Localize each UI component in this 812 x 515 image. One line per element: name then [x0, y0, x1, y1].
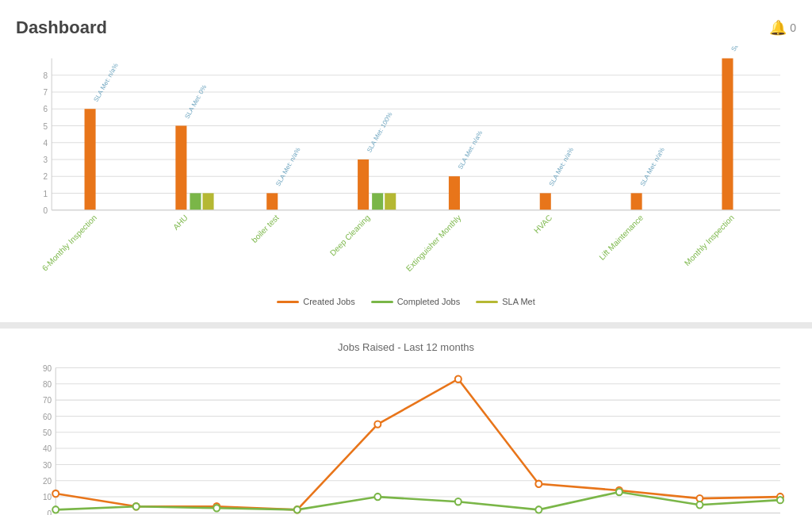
- svg-rect-31: [385, 193, 396, 209]
- svg-text:50: 50: [43, 429, 52, 437]
- svg-rect-43: [722, 59, 733, 210]
- svg-rect-30: [372, 193, 383, 209]
- line-chart-wrapper: 01020304050607080902019.32019.42019.5201…: [16, 359, 796, 515]
- bar-chart-wrapper: 012345678SLA Met: n/a%6-Monthly Inspecti…: [16, 46, 796, 292]
- svg-text:1: 1: [44, 189, 48, 198]
- svg-text:SLA Met: n/a%: SLA Met: n/a%: [639, 146, 666, 187]
- svg-text:90: 90: [43, 363, 52, 372]
- bar-chart-legend: Created Jobs Completed Jobs SLA Met: [16, 292, 796, 314]
- svg-point-89: [777, 497, 783, 503]
- svg-text:Monthly Inspection: Monthly Inspection: [683, 213, 736, 268]
- svg-rect-21: [175, 125, 186, 209]
- svg-rect-34: [449, 176, 460, 209]
- svg-point-74: [374, 421, 381, 427]
- svg-rect-26: [266, 193, 278, 209]
- svg-point-85: [455, 498, 462, 505]
- svg-text:Lift Maintenance: Lift Maintenance: [597, 213, 645, 262]
- svg-text:SLA Met: 100%: SLA Met: 100%: [366, 111, 393, 154]
- svg-text:7: 7: [44, 88, 48, 97]
- svg-point-80: [52, 506, 59, 513]
- svg-rect-29: [358, 159, 369, 210]
- notification-count: 0: [790, 21, 796, 34]
- svg-text:0: 0: [48, 509, 52, 515]
- svg-text:0: 0: [44, 206, 48, 215]
- svg-rect-37: [540, 193, 551, 209]
- svg-rect-18: [85, 109, 96, 209]
- svg-text:SLA Met: n/a%: SLA Met: n/a%: [548, 146, 575, 187]
- svg-point-83: [294, 506, 301, 513]
- svg-point-86: [535, 506, 542, 513]
- svg-point-70: [52, 490, 59, 497]
- svg-text:Deep Cleaning: Deep Cleaning: [328, 213, 372, 258]
- svg-point-76: [535, 481, 542, 487]
- svg-text:4: 4: [44, 139, 48, 148]
- legend-completed-label: Completed Jobs: [397, 297, 461, 306]
- legend-sla-color: [476, 301, 498, 303]
- svg-text:60: 60: [43, 412, 52, 421]
- svg-text:6-Monthly Inspection: 6-Monthly Inspection: [40, 213, 98, 273]
- svg-point-84: [374, 494, 381, 500]
- line-chart-section: Jobs Raised - Last 12 months 01020304050…: [0, 329, 812, 515]
- svg-text:SLA Met: n/a%: SLA Met: n/a%: [457, 129, 484, 171]
- svg-text:boiler test: boiler test: [250, 213, 281, 244]
- legend-sla: SLA Met: [476, 297, 535, 306]
- svg-text:Extinguisher Monthly: Extinguisher Monthly: [404, 213, 463, 273]
- svg-text:10: 10: [43, 493, 52, 502]
- svg-point-75: [455, 376, 462, 382]
- svg-text:SLA Met: n/a%: SLA Met: n/a%: [93, 62, 120, 103]
- section-divider: [0, 322, 812, 329]
- legend-completed: Completed Jobs: [371, 297, 461, 306]
- legend-completed-color: [371, 301, 393, 303]
- svg-text:20: 20: [43, 477, 52, 486]
- legend-created-label: Created Jobs: [303, 297, 354, 306]
- svg-text:30: 30: [43, 460, 52, 469]
- svg-point-81: [133, 503, 140, 509]
- bar-chart-section: 012345678SLA Met: n/a%6-Monthly Inspecti…: [0, 38, 812, 322]
- svg-text:5: 5: [44, 121, 48, 130]
- svg-text:3: 3: [44, 156, 48, 164]
- svg-rect-23: [203, 193, 214, 209]
- page-title: Dashboard: [16, 17, 107, 38]
- svg-point-82: [213, 505, 220, 511]
- svg-point-87: [616, 489, 622, 495]
- svg-rect-22: [190, 193, 201, 209]
- legend-sla-label: SLA Met: [502, 297, 535, 306]
- notification-area: 🔔 0: [769, 19, 796, 37]
- bell-icon: 🔔: [769, 19, 787, 37]
- svg-text:70: 70: [43, 396, 52, 405]
- legend-created-color: [277, 301, 299, 303]
- svg-text:80: 80: [43, 380, 52, 389]
- svg-rect-40: [631, 193, 642, 209]
- svg-text:SLA Met: 0%: SLA Met: 0%: [183, 83, 208, 120]
- svg-text:6: 6: [44, 105, 48, 113]
- bar-chart-svg: 012345678SLA Met: n/a%6-Monthly Inspecti…: [16, 46, 796, 292]
- svg-text:SLA Met: n/a%: SLA Met: n/a%: [274, 146, 301, 187]
- svg-text:40: 40: [43, 444, 52, 453]
- line-chart-title: Jobs Raised - Last 12 months: [16, 341, 796, 353]
- svg-text:2: 2: [44, 172, 48, 181]
- legend-created: Created Jobs: [277, 297, 354, 306]
- line-chart-svg: 01020304050607080902019.32019.42019.5201…: [16, 359, 796, 515]
- svg-text:HVAC: HVAC: [532, 213, 553, 236]
- svg-text:AHU: AHU: [171, 213, 190, 232]
- svg-text:8: 8: [44, 71, 48, 80]
- svg-point-88: [696, 502, 703, 508]
- svg-text:SLA Met: n/a%: SLA Met: n/a%: [730, 46, 757, 52]
